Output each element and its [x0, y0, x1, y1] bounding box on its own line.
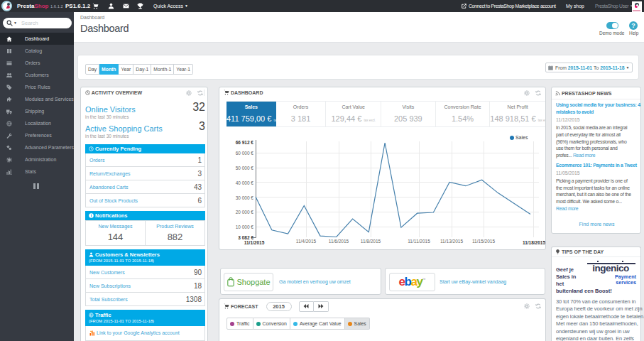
svg-text:11/13/2015: 11/13/2015 [440, 239, 463, 244]
svg-text:3 082 €: 3 082 € [238, 235, 253, 240]
svg-text:50 000 €: 50 000 € [236, 166, 254, 170]
svg-text:11/6/2015: 11/6/2015 [329, 239, 349, 244]
svg-text:10 000 €: 10 000 € [236, 224, 254, 229]
svg-text:11/8/2015: 11/8/2015 [361, 239, 381, 244]
svg-text:40 000 €: 40 000 € [236, 180, 254, 185]
svg-text:60 000 €: 60 000 € [236, 151, 254, 156]
svg-text:11/11/2015: 11/11/2015 [408, 239, 430, 244]
svg-text:11/15/2015: 11/15/2015 [472, 239, 495, 244]
svg-text:11/1/2015: 11/1/2015 [244, 240, 265, 245]
svg-text:20 000 €: 20 000 € [236, 210, 254, 215]
svg-text:11/18/2015: 11/18/2015 [523, 240, 545, 245]
svg-text:66 912 €: 66 912 € [236, 140, 254, 145]
svg-text:30 000 €: 30 000 € [236, 195, 254, 200]
svg-text:11/4/2015: 11/4/2015 [296, 239, 317, 244]
